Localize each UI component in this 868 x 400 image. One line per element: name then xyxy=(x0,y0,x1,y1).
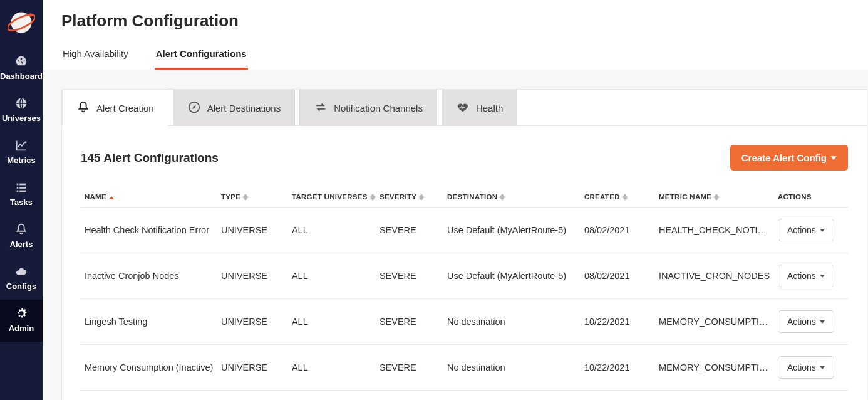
sidebar-item-metrics[interactable]: Metrics xyxy=(0,132,43,174)
cell-severity: SEVERE xyxy=(376,299,443,345)
svg-rect-9 xyxy=(19,191,26,192)
sidebar-item-label: Alerts xyxy=(0,239,43,249)
alert-config-table: NAME TYPE TARGET UNIVERSES SEVERITY DEST… xyxy=(81,187,848,400)
row-actions-button[interactable]: Actions xyxy=(778,219,834,241)
button-label: Create Alert Config xyxy=(741,152,827,163)
button-label: Actions xyxy=(787,225,816,235)
cell-name: Health Check Notification Error xyxy=(81,208,217,253)
sidebar-item-dashboard[interactable]: Dashboard xyxy=(0,48,43,90)
cell-name[interactable]: Memory Consumption (Inactive) xyxy=(81,345,217,391)
cell-destination[interactable]: No destination xyxy=(443,345,581,391)
subtab-label: Alert Destinations xyxy=(207,103,281,113)
page-header: Platform Configuration High Availability… xyxy=(43,0,868,70)
svg-rect-7 xyxy=(19,187,26,189)
cell-type: UNIVERSE xyxy=(217,253,288,299)
sort-icon xyxy=(370,194,375,201)
col-created[interactable]: CREATED xyxy=(581,187,655,208)
cell-type: UNIVERSE xyxy=(217,345,288,391)
cell-target: ALL xyxy=(288,208,376,253)
cell-actions: Actions xyxy=(774,345,848,391)
caret-down-icon xyxy=(820,320,825,324)
table-row: Memory Consumption testing (Inactive)UNI… xyxy=(81,391,848,400)
cell-target: ALL xyxy=(288,345,376,391)
svg-rect-4 xyxy=(17,184,19,186)
sidebar-item-label: Metrics xyxy=(0,155,43,165)
subtab-health[interactable]: Health xyxy=(442,90,517,126)
cell-target: ALL xyxy=(288,391,376,400)
svg-point-2 xyxy=(29,13,33,16)
col-severity[interactable]: SEVERITY xyxy=(376,187,443,208)
compass-icon xyxy=(187,100,201,116)
cell-actions: Actions xyxy=(774,253,848,299)
cell-type: UNIVERSE xyxy=(217,299,288,345)
cell-metric: MEMORY_CONSUMPTION xyxy=(655,345,774,391)
cell-severity: SEVERE xyxy=(376,345,443,391)
sort-icon xyxy=(419,194,424,201)
sidebar-item-alerts[interactable]: Alerts xyxy=(0,216,43,258)
button-label: Actions xyxy=(787,317,816,327)
col-metric[interactable]: METRIC NAME xyxy=(655,187,774,208)
cell-destination[interactable]: No destination xyxy=(443,299,581,345)
svg-rect-8 xyxy=(17,191,19,192)
cloud-icon xyxy=(14,264,29,279)
sort-icon xyxy=(500,194,505,201)
table-row: Inactive Cronjob NodesUNIVERSEALLSEVEREU… xyxy=(81,253,848,299)
subtab-alert-destinations[interactable]: Alert Destinations xyxy=(173,90,296,126)
toolbar: 145 Alert Configurations Create Alert Co… xyxy=(81,145,848,171)
button-label: Actions xyxy=(787,362,816,372)
cell-destination[interactable]: Use Default (MyAlertRoute-5) xyxy=(443,208,581,253)
sidebar-item-tasks[interactable]: Tasks xyxy=(0,174,43,216)
cell-severity: SEVERE xyxy=(376,208,443,253)
svg-rect-5 xyxy=(19,184,26,186)
cell-actions: Actions xyxy=(774,299,848,345)
create-alert-config-button[interactable]: Create Alert Config xyxy=(730,145,848,171)
col-destination[interactable]: DESTINATION xyxy=(443,187,581,208)
transfer-icon xyxy=(314,100,328,116)
caret-down-icon xyxy=(820,229,825,232)
sort-asc-icon xyxy=(109,196,114,199)
cell-target: ALL xyxy=(288,299,376,345)
cell-name: Inactive Cronjob Nodes xyxy=(81,253,217,299)
row-actions-button[interactable]: Actions xyxy=(778,310,834,333)
main-region: Platform Configuration High Availability… xyxy=(43,0,868,400)
subtab-alert-creation[interactable]: Alert Creation xyxy=(62,90,168,126)
bell-icon xyxy=(76,100,90,116)
cell-name[interactable]: Memory Consumption testing (Inactive) xyxy=(81,391,217,400)
row-actions-button[interactable]: Actions xyxy=(778,356,834,379)
col-type[interactable]: TYPE xyxy=(217,187,288,208)
tab-alert-configurations[interactable]: Alert Configurations xyxy=(155,45,248,70)
page-title: Platform Configuration xyxy=(61,11,867,31)
cell-created: 08/02/2021 xyxy=(581,208,655,253)
sort-icon xyxy=(243,194,248,201)
cell-created: 10/22/2021 xyxy=(581,299,655,345)
cell-target: ALL xyxy=(288,253,376,299)
subtab-label: Health xyxy=(476,103,503,113)
cell-type: UNIVERSE xyxy=(217,391,288,400)
cell-actions: Actions xyxy=(774,208,848,253)
list-icon xyxy=(14,180,29,195)
cell-metric: MEMORY_CONSUMPTION xyxy=(655,299,774,345)
table-row: Health Check Notification ErrorUNIVERSEA… xyxy=(81,208,848,253)
table-row: Lingesh TestingUNIVERSEALLSEVERENo desti… xyxy=(81,299,848,345)
col-name[interactable]: NAME xyxy=(81,187,217,208)
col-target[interactable]: TARGET UNIVERSES xyxy=(288,187,376,208)
cell-destination[interactable]: No destination xyxy=(443,391,581,400)
tab-high-availability[interactable]: High Availability xyxy=(61,45,130,70)
cell-actions: Actions xyxy=(774,391,848,400)
subtab-label: Alert Creation xyxy=(96,103,154,113)
gauge-icon xyxy=(14,54,29,69)
cell-destination[interactable]: Use Default (MyAlertRoute-5) xyxy=(443,253,581,299)
sidebar-item-configs[interactable]: Configs xyxy=(0,258,43,300)
sidebar-item-label: Dashboard xyxy=(0,71,43,81)
cell-type: UNIVERSE xyxy=(217,208,288,253)
row-actions-button[interactable]: Actions xyxy=(778,265,834,287)
sidebar-item-universes[interactable]: Universes xyxy=(0,90,43,132)
subtab-notification-channels[interactable]: Notification Channels xyxy=(299,90,437,126)
list-count-title: 145 Alert Configurations xyxy=(81,151,219,165)
cell-name: Lingesh Testing xyxy=(81,299,217,345)
sidebar-item-admin[interactable]: Admin xyxy=(0,300,43,342)
cell-severity: SEVERE xyxy=(376,391,443,400)
caret-down-icon xyxy=(820,275,825,278)
content-card: Alert Creation Alert Destinations Notifi… xyxy=(61,89,867,400)
card-body: 145 Alert Configurations Create Alert Co… xyxy=(62,125,867,400)
